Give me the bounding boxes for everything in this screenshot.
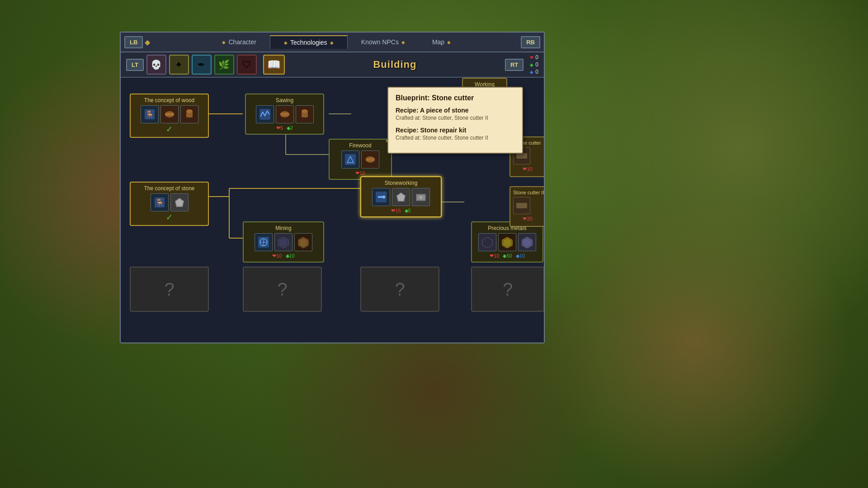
precious-icon-3	[518, 233, 536, 251]
tab-technologies[interactable]: ◆ Technologies ◆	[270, 35, 348, 49]
node-stoneworking[interactable]: Stoneworking	[360, 176, 442, 217]
icon-shield[interactable]: 🛡	[237, 55, 257, 75]
svg-point-17	[186, 109, 193, 113]
stonework-icon-3	[412, 188, 430, 206]
precious-metals-costs: ❤10 ◆50 ◆10	[475, 253, 540, 259]
resource-display: ❤ 0 ◆ 0 ◆ 0	[530, 54, 538, 75]
stonework-icon-2	[392, 188, 410, 206]
lt-button[interactable]: LT	[126, 59, 144, 71]
concept-wood-icons: 🪑	[133, 105, 205, 123]
mining-title: Mining	[246, 225, 321, 231]
svg-marker-46	[482, 237, 492, 248]
stoneworking-title: Stoneworking	[364, 180, 438, 186]
stoneworking-icons	[364, 188, 438, 206]
stone-icon-1: 🪑	[151, 193, 169, 211]
icon-skull[interactable]: 💀	[146, 55, 166, 75]
firewood-icons	[332, 150, 388, 169]
mining-costs: ❤10 ◆10	[246, 253, 321, 259]
res-blue-icon: ◆	[530, 70, 533, 75]
node-mining[interactable]: Mining	[243, 221, 324, 263]
icon-bar: LT 💀 ✦ ✒ 🌿 🛡 📖 Building RT ❤ 0 ◆ 0 ◆ 0	[121, 52, 544, 78]
stone-checkmark: ✓	[133, 212, 205, 222]
tab-map[interactable]: Map ◆	[419, 35, 464, 49]
resource-red: ❤ 0	[530, 54, 538, 61]
tab-known-npcs[interactable]: Known NPCs ◆	[348, 35, 419, 49]
node-concept-stone[interactable]: The concept of stone 🪑 ✓	[130, 182, 209, 226]
sawing-icon-1	[256, 105, 274, 123]
sawing-title: Sawing	[249, 97, 321, 103]
stone-icon-2	[170, 193, 189, 211]
node-firewood[interactable]: Firewood ❤10	[329, 139, 392, 180]
res-blue-value: 0	[535, 69, 538, 75]
tooltip-title: Blueprint: Stone cutter	[396, 94, 515, 102]
node-concept-wood[interactable]: The concept of wood 🪑	[130, 94, 209, 138]
svg-rect-52	[516, 153, 527, 159]
precious-metals-icons	[475, 233, 540, 251]
stonework-cost-red: ❤15	[391, 208, 401, 214]
tooltip-stone-cutter: Blueprint: Stone cutter Recipe: A piece …	[387, 87, 523, 154]
tooltip-recipe1-crafted: Crafted at: Stone cutter, Stone cutter I…	[396, 115, 515, 121]
firewood-costs: ❤10	[332, 170, 388, 176]
mining-cost-red: ❤10	[272, 253, 282, 259]
concept-stone-icons: 🪑	[133, 193, 205, 211]
sawing-costs: ❤5 ◆2	[249, 125, 321, 131]
unknown-node-1[interactable]: ?	[130, 267, 209, 312]
rt-button[interactable]: RT	[505, 59, 524, 71]
tech-content: The concept of wood 🪑	[121, 78, 544, 343]
concept-wood-title: The concept of wood	[133, 97, 205, 103]
tooltip-recipe2-title: Recipe: Stone repair kit	[396, 127, 515, 134]
ui-panel: LB ◆ ◆ Character ◆ Technologies ◆ Known …	[120, 32, 545, 343]
lb-button[interactable]: LB	[124, 36, 143, 48]
sawing-cost-green: ◆2	[287, 125, 293, 131]
sawing-icon-3	[296, 105, 314, 123]
icon-leaf[interactable]: 🌿	[214, 55, 234, 75]
icon-feather[interactable]: ✒	[192, 55, 212, 75]
wood-icon-1: 🪑	[141, 105, 159, 123]
mining-icon-3	[294, 233, 312, 251]
sawing-cost-red: ❤5	[276, 125, 283, 131]
svg-rect-53	[516, 203, 527, 208]
icon-book[interactable]: 📖	[263, 55, 285, 75]
mining-cost-green: ◆10	[286, 253, 295, 259]
firewood-title: Firewood	[332, 142, 388, 149]
mining-icons	[246, 233, 321, 251]
res-green-icon: ◆	[530, 62, 533, 67]
svg-text:🪑: 🪑	[155, 198, 164, 207]
precious-cost-blue: ◆10	[516, 253, 525, 259]
unknown-node-2[interactable]: ?	[243, 267, 322, 312]
svg-text:🪑: 🪑	[145, 110, 154, 119]
stonework-icon-1	[372, 188, 390, 206]
unknown-node-3[interactable]: ?	[360, 267, 439, 312]
precious-cost-red: ❤10	[490, 253, 499, 259]
svg-point-32	[382, 196, 385, 198]
precious-icon-2	[498, 233, 516, 251]
firewood-icon-1	[341, 150, 359, 169]
tab-character[interactable]: ◆ Character	[208, 35, 269, 49]
nav-tabs: ◆ Character ◆ Technologies ◆ Known NPCs …	[152, 35, 521, 49]
sawing-icon-2	[276, 105, 294, 123]
category-title: Building	[288, 59, 502, 70]
precious-icon-1	[478, 233, 496, 251]
nav-bar: LB ◆ ◆ Character ◆ Technologies ◆ Known …	[121, 33, 544, 52]
mining-icon-1	[255, 233, 273, 251]
node-stonecutter2-partial[interactable]: Stone cutter II ❤20	[509, 186, 544, 227]
rb-button[interactable]: RB	[521, 36, 540, 48]
precious-cost-green: ◆50	[503, 253, 512, 259]
res-green-value: 0	[535, 61, 538, 68]
unknown-node-4[interactable]: ?	[471, 267, 544, 312]
res-red-icon: ❤	[530, 55, 533, 60]
res-red-value: 0	[535, 54, 538, 61]
firewood-cost-red: ❤10	[355, 170, 365, 176]
mining-icon-2	[274, 233, 292, 251]
icon-sun[interactable]: ✦	[169, 55, 189, 75]
stoneworking-costs: ❤15 ◆5	[364, 208, 438, 214]
node-precious-metals[interactable]: Precious metals	[471, 221, 543, 263]
resource-green: ◆ 0	[530, 61, 538, 68]
tooltip-recipe2-crafted: Crafted at: Stone cutter, Stone cutter I…	[396, 135, 515, 141]
node-sawing[interactable]: Sawing	[245, 94, 324, 135]
firewood-icon-2	[361, 150, 379, 169]
svg-point-37	[420, 196, 422, 199]
svg-rect-20	[280, 113, 289, 116]
tooltip-recipe1-title: Recipe: A piece of stone	[396, 107, 515, 114]
wood-icon-3	[180, 105, 198, 123]
